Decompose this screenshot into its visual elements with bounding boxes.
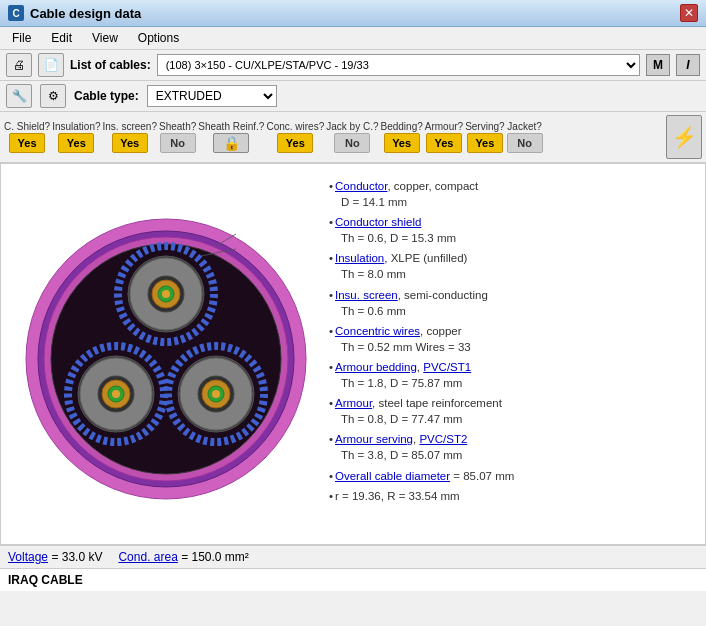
cond-area-value: = 150.0 mm²: [181, 550, 249, 564]
layer-sub-7: Th = 3.8, D = 85.07 mm: [341, 449, 462, 461]
layer-detail-2: , XLPE (unfilled): [384, 252, 467, 264]
comp-group-6: Jack by C.?No: [326, 121, 378, 153]
layer-link-8[interactable]: Overall cable diameter: [335, 470, 450, 482]
bullet-1: •: [329, 216, 333, 228]
voltage-link[interactable]: Voltage: [8, 550, 48, 564]
layer-sub-3: Th = 0.6 mm: [341, 305, 406, 317]
cable-layer-row: •Conductor, copper, compactD = 14.1 mm: [329, 178, 687, 210]
comp-btn-9[interactable]: Yes: [467, 133, 503, 153]
menu-options[interactable]: Options: [130, 29, 187, 47]
m-button[interactable]: M: [646, 54, 670, 76]
comp-btn-2[interactable]: Yes: [112, 133, 148, 153]
app-icon: C: [8, 5, 24, 21]
menu-edit[interactable]: Edit: [43, 29, 80, 47]
layer-detail-9: r = 19.36, R = 33.54 mm: [335, 490, 460, 502]
close-button[interactable]: ✕: [680, 4, 698, 22]
bullet-7: •: [329, 433, 333, 445]
layer-detail-7: , PVC/ST2: [413, 433, 467, 445]
cable-layer-row: •Armour serving, PVC/ST2Th = 3.8, D = 85…: [329, 431, 687, 463]
layer-link-5[interactable]: Armour bedding: [335, 361, 417, 373]
print-button[interactable]: 🖨: [6, 53, 32, 77]
comp-label-9: Serving?: [465, 121, 504, 132]
cond-area-link[interactable]: Cond. area: [118, 550, 177, 564]
doc-button[interactable]: 📄: [38, 53, 64, 77]
layer-sub-4: Th = 0.52 mm Wires = 33: [341, 341, 471, 353]
comp-label-8: Armour?: [425, 121, 463, 132]
layer-link-6[interactable]: Armour: [335, 397, 372, 409]
comp-group-9: Serving?Yes: [465, 121, 504, 153]
layer-link-3[interactable]: Insu. screen: [335, 289, 398, 301]
cable-diagram: [11, 174, 321, 534]
comp-group-3: Sheath?No: [159, 121, 196, 153]
bullet-2: •: [329, 252, 333, 264]
wrench-button[interactable]: 🔧: [6, 84, 32, 108]
comp-group-10: Jacket?No: [507, 121, 543, 153]
comp-group-7: Bedding?Yes: [381, 121, 423, 153]
layer-link-2[interactable]: Insulation: [335, 252, 384, 264]
layer-detail-0: , copper, compact: [387, 180, 478, 192]
menu-file[interactable]: File: [4, 29, 39, 47]
comp-btn-8[interactable]: Yes: [426, 133, 462, 153]
layer-link-7[interactable]: Armour serving: [335, 433, 413, 445]
layer-link-1[interactable]: Conductor shield: [335, 216, 421, 228]
cable-type-label: Cable type:: [74, 89, 139, 103]
layer-sub-0: D = 14.1 mm: [341, 196, 407, 208]
cable-layer-row: •Conductor shieldTh = 0.6, D = 15.3 mm: [329, 214, 687, 246]
comp-group-5: Conc. wires?Yes: [266, 121, 324, 153]
comp-label-4: Sheath Reinf.?: [198, 121, 264, 132]
comp-label-0: C. Shield?: [4, 121, 50, 132]
settings-button[interactable]: ⚙: [40, 84, 66, 108]
comp-group-2: Ins. screen?Yes: [103, 121, 157, 153]
cable-layer-row: •Armour bedding, PVC/ST1Th = 1.8, D = 75…: [329, 359, 687, 391]
comp-btn-0[interactable]: Yes: [9, 133, 45, 153]
comp-btn-1[interactable]: Yes: [58, 133, 94, 153]
comp-label-1: Insulation?: [52, 121, 100, 132]
comp-btn-5[interactable]: Yes: [277, 133, 313, 153]
comp-label-3: Sheath?: [159, 121, 196, 132]
cable-cross-section: [16, 184, 316, 524]
layer-detail-3: , semi-conducting: [398, 289, 488, 301]
menu-view[interactable]: View: [84, 29, 126, 47]
layer-sub-5: Th = 1.8, D = 75.87 mm: [341, 377, 462, 389]
bullet-0: •: [329, 180, 333, 192]
menubar: File Edit View Options: [0, 27, 706, 50]
comp-label-10: Jacket?: [507, 121, 541, 132]
comp-group-8: Armour?Yes: [425, 121, 463, 153]
bullet-4: •: [329, 325, 333, 337]
layer-sub-6: Th = 0.8, D = 77.47 mm: [341, 413, 462, 425]
layer-detail-5: , PVC/ST1: [417, 361, 471, 373]
layer-link-0[interactable]: Conductor: [335, 180, 387, 192]
layer-sub-1: Th = 0.6, D = 15.3 mm: [341, 232, 456, 244]
comp-label-5: Conc. wires?: [266, 121, 324, 132]
comp-btn-10[interactable]: No: [507, 133, 543, 153]
cable-select[interactable]: (108) 3×150 - CU/XLPE/STA/PVC - 19/33: [157, 54, 640, 76]
bullet-3: •: [329, 289, 333, 301]
bullet-9: •: [329, 490, 333, 502]
main-toolbar: 🖨 📄 List of cables: (108) 3×150 - CU/XLP…: [0, 50, 706, 81]
comp-group-0: C. Shield?Yes: [4, 121, 50, 153]
layer-link-4[interactable]: Concentric wires: [335, 325, 420, 337]
lightning-button[interactable]: ⚡: [666, 115, 702, 159]
comp-btn-6[interactable]: No: [334, 133, 370, 153]
comp-label-6: Jack by C.?: [326, 121, 378, 132]
comp-btn-4[interactable]: 🔒: [213, 133, 249, 153]
voltage-info: Voltage = 33.0 kV: [8, 550, 102, 564]
layer-sub-2: Th = 8.0 mm: [341, 268, 406, 280]
i-button[interactable]: I: [676, 54, 700, 76]
comp-btn-3[interactable]: No: [160, 133, 196, 153]
comp-label-7: Bedding?: [381, 121, 423, 132]
status-bar: Voltage = 33.0 kV Cond. area = 150.0 mm²: [0, 545, 706, 568]
cable-type-toolbar: 🔧 ⚙ Cable type: EXTRUDED: [0, 81, 706, 112]
layer-link2-7[interactable]: PVC/ST2: [419, 433, 467, 445]
cable-layer-row: •Armour, steel tape reinforcementTh = 0.…: [329, 395, 687, 427]
cable-layer-row: •Insulation, XLPE (unfilled)Th = 8.0 mm: [329, 250, 687, 282]
layer-link2-5[interactable]: PVC/ST1: [423, 361, 471, 373]
footer-bar: IRAQ CABLE: [0, 568, 706, 591]
layer-detail-8: = 85.07 mm: [450, 470, 514, 482]
main-content: •Conductor, copper, compactD = 14.1 mm•C…: [0, 163, 706, 545]
comp-btn-7[interactable]: Yes: [384, 133, 420, 153]
cable-type-select[interactable]: EXTRUDED: [147, 85, 277, 107]
bullet-6: •: [329, 397, 333, 409]
title-bar: C Cable design data ✕: [0, 0, 706, 27]
cable-layer-row: •Insu. screen, semi-conductingTh = 0.6 m…: [329, 287, 687, 319]
